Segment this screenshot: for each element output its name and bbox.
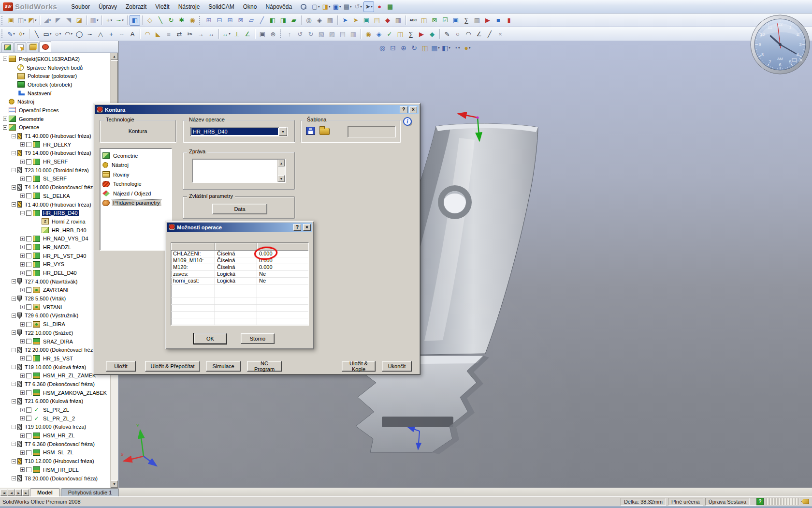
- hole-table-icon[interactable]: ▦: [325, 15, 335, 26]
- section-view-icon[interactable]: ◫: [420, 43, 430, 53]
- dropdown-arrow-icon[interactable]: ▾: [449, 46, 450, 50]
- zoom-fit-icon[interactable]: ◎: [377, 43, 388, 53]
- tree-expander-icon[interactable]: −: [12, 185, 16, 190]
- measure-icon[interactable]: ╲: [155, 15, 166, 26]
- message-scrollbar[interactable]: ▲ ▼: [277, 160, 285, 182]
- tree-item[interactable]: +HSM_HR_DEL: [0, 465, 110, 474]
- coordinate-xz-icon[interactable]: ⊠: [235, 15, 246, 26]
- tree-expander-icon[interactable]: +: [20, 245, 25, 249]
- kontura-titlebar[interactable]: Kontura ? ×: [95, 105, 419, 114]
- motion-icon[interactable]: ➤: [350, 15, 361, 26]
- spline-icon[interactable]: ∼: [85, 29, 95, 39]
- scroll-down-icon[interactable]: ▼: [111, 480, 118, 488]
- menu-item-2[interactable]: Zobrazit: [121, 2, 151, 11]
- polygon-icon[interactable]: △: [95, 29, 106, 39]
- shadow-icon[interactable]: ▥: [348, 29, 359, 39]
- kontura-page-item[interactable]: Nájezd / Odjezd: [100, 189, 172, 198]
- red-block-icon[interactable]: ▮: [504, 15, 514, 26]
- move-entities-icon[interactable]: ↔: [206, 29, 217, 39]
- dropdown-arrow-icon[interactable]: ▾: [97, 18, 99, 22]
- tree-checkbox[interactable]: [26, 356, 31, 361]
- options-close-button[interactable]: ×: [303, 224, 311, 231]
- trim-icon[interactable]: ✂: [185, 29, 195, 39]
- text-sketch-icon[interactable]: A: [127, 29, 138, 39]
- curvature-icon[interactable]: ↻: [166, 15, 176, 26]
- tree-checkbox[interactable]: [26, 339, 31, 344]
- kontura-page-item[interactable]: Technologie: [100, 179, 172, 189]
- tree-expander-icon[interactable]: −: [3, 125, 7, 130]
- erase-icon[interactable]: ◊▾: [16, 29, 27, 39]
- status-help-icon[interactable]: ?: [756, 498, 764, 505]
- options-help-button[interactable]: ?: [293, 224, 301, 231]
- mirror-components-icon[interactable]: ◤: [53, 15, 63, 26]
- echeck-icon[interactable]: ⊠: [429, 15, 440, 26]
- insert-component-icon[interactable]: ▣: [6, 15, 16, 26]
- tab-nav-button-0[interactable]: |◀: [0, 489, 7, 496]
- tree-expander-icon[interactable]: −: [12, 442, 16, 446]
- tree-expander-icon[interactable]: +: [20, 408, 25, 412]
- open-template-icon[interactable]: [319, 128, 330, 135]
- tree-expander-icon[interactable]: +: [20, 305, 25, 309]
- tree-checkbox[interactable]: [26, 176, 31, 181]
- tree-checkbox[interactable]: [26, 142, 31, 147]
- scroll-up-icon[interactable]: ▲: [111, 53, 118, 60]
- tree-checkbox[interactable]: [26, 322, 31, 327]
- tree-expander-icon[interactable]: −: [12, 365, 16, 369]
- simulate-button[interactable]: Simulace: [206, 361, 241, 372]
- tree-expander-icon[interactable]: +: [20, 237, 25, 241]
- dropdown-arrow-icon[interactable]: ▾: [24, 18, 26, 22]
- tree-expander-icon[interactable]: +: [20, 288, 25, 292]
- tree-expander-icon[interactable]: −: [12, 151, 16, 155]
- tag-icon[interactable]: [801, 499, 809, 504]
- operation-name-combo[interactable]: HR_HRB_D40 ▼: [190, 127, 288, 136]
- table-row[interactable]: horni_cast:LogickáNe: [171, 278, 308, 284]
- save-template-icon[interactable]: [306, 127, 315, 135]
- selected-tool-icon[interactable]: ◧: [130, 15, 140, 26]
- save-icon[interactable]: ▣▾: [332, 1, 342, 12]
- table-row[interactable]: zaves:LogickáNe: [171, 271, 308, 278]
- select-cursor-icon[interactable]: ➤▾: [363, 1, 374, 12]
- toolbox-icon[interactable]: ▥: [393, 15, 404, 26]
- dropdown-arrow-icon[interactable]: ▾: [59, 32, 61, 36]
- menu-item-6[interactable]: Okno: [239, 2, 261, 11]
- tree-checkbox[interactable]: [26, 450, 31, 455]
- align-icon[interactable]: ◉: [363, 29, 374, 39]
- tree-checkbox[interactable]: [26, 193, 31, 198]
- tree-expander-icon[interactable]: −: [20, 211, 25, 215]
- slash-icon[interactable]: ╱: [484, 29, 495, 39]
- dropdown-arrow-icon[interactable]: ▾: [122, 18, 124, 22]
- tab-nav-button-2[interactable]: ▶: [15, 489, 22, 496]
- tree-item[interactable]: +✓SL_PR_ZL_2: [0, 414, 110, 423]
- envelope-icon[interactable]: ◥: [63, 15, 74, 26]
- ok-button[interactable]: OK: [194, 333, 227, 344]
- kontura-close-button[interactable]: ×: [409, 106, 417, 113]
- attachment-icon[interactable]: ◉: [187, 15, 198, 26]
- chamfer-icon[interactable]: ◣: [153, 29, 163, 39]
- undo-icon[interactable]: ↺▾: [353, 1, 363, 12]
- kontura-page-item[interactable]: Roviny: [100, 170, 172, 179]
- kontura-page-item[interactable]: Geometrie: [100, 151, 172, 161]
- tree-item[interactable]: +HSM_HR_ZL: [0, 431, 110, 440]
- menu-item-7[interactable]: Nápověda: [261, 2, 296, 11]
- doc-tab-0[interactable]: Model: [30, 488, 60, 496]
- tree-expander-icon[interactable]: +: [20, 194, 25, 198]
- assembly-features-icon[interactable]: ◇: [145, 15, 155, 26]
- relations-icon[interactable]: ⊥: [232, 29, 242, 39]
- combo-dropdown-icon[interactable]: ▼: [279, 127, 287, 136]
- tree-expander-icon[interactable]: +: [20, 271, 25, 275]
- analysis-icon[interactable]: ▣: [361, 15, 372, 26]
- rotate-cw-icon[interactable]: ↻: [305, 29, 316, 39]
- tree-expander-icon[interactable]: −: [12, 476, 16, 480]
- tree-expander-icon[interactable]: −: [12, 134, 16, 138]
- intersection-icon[interactable]: ⊗: [268, 29, 278, 39]
- smart-component-icon[interactable]: ◪: [74, 15, 85, 26]
- tree-expander-icon[interactable]: −: [12, 314, 16, 318]
- table-row[interactable]: M109_M110:Číselná0.000: [171, 257, 308, 264]
- hlr-icon[interactable]: ▤: [337, 29, 348, 39]
- menu-item-5[interactable]: SolidCAM: [204, 2, 238, 11]
- tree-checkbox[interactable]: [26, 270, 31, 276]
- rectangle-icon[interactable]: ▭▾: [42, 29, 53, 39]
- nc-program-button[interactable]: NC Program: [247, 361, 282, 372]
- menu-item-1[interactable]: Úpravy: [94, 2, 121, 11]
- cancel-button[interactable]: Storno: [241, 333, 275, 344]
